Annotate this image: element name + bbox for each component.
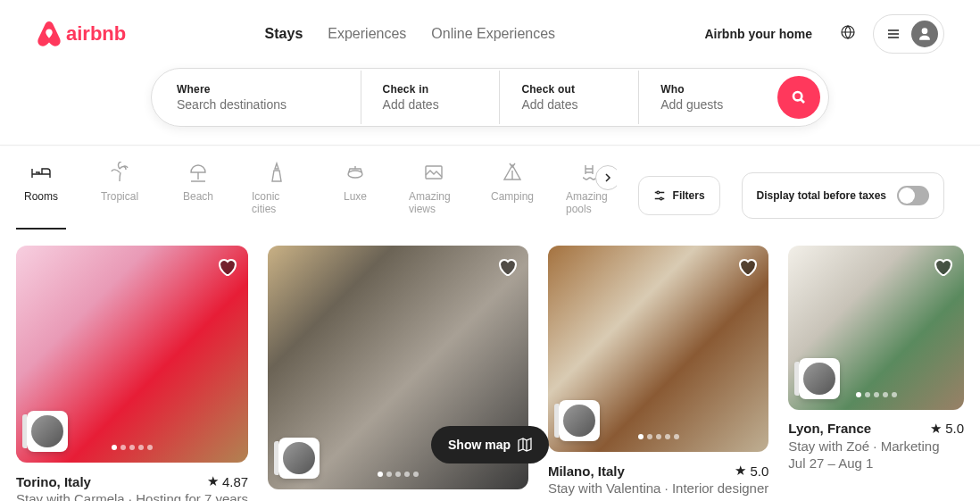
- airbnb-your-home-link[interactable]: Airbnb your home: [693, 16, 823, 52]
- sliders-icon: [653, 189, 666, 202]
- search-where-placeholder: Search destinations: [177, 97, 339, 112]
- search-checkout-placeholder: Add dates: [521, 97, 617, 112]
- header-right: Airbnb your home: [693, 14, 944, 54]
- host-avatar: [563, 405, 595, 437]
- search-checkin-placeholder: Add dates: [383, 97, 478, 112]
- search-bar: Where Search destinations Check in Add d…: [151, 68, 829, 127]
- svg-point-4: [660, 197, 662, 200]
- host-badge: [799, 358, 840, 399]
- host-avatar: [803, 363, 835, 395]
- carousel-dots: [112, 445, 153, 450]
- globe-icon[interactable]: [830, 14, 866, 54]
- tab-stays[interactable]: Stays: [265, 26, 303, 42]
- host-badge: [559, 400, 600, 441]
- categories-scroller[interactable]: Rooms Tropical Beach Iconic cities Luxe …: [16, 162, 617, 230]
- listing-location: Torino, Italy: [16, 474, 91, 489]
- host-badge: [27, 411, 68, 452]
- filters-button[interactable]: Filters: [638, 176, 720, 215]
- listing-rating: ★ 5.0: [735, 463, 768, 479]
- tower-icon: [266, 162, 287, 183]
- listing-location: Lyon, France: [788, 421, 871, 436]
- carousel-dots: [638, 434, 679, 439]
- listing-card[interactable]: Lyon, France ★ 5.0 Stay with Zoé · Marke…: [788, 246, 964, 501]
- listing-image[interactable]: [548, 246, 768, 452]
- search-checkout-label: Check out: [521, 83, 617, 96]
- logo[interactable]: airbnb: [36, 20, 126, 48]
- listing-image[interactable]: [788, 246, 964, 410]
- chevron-right-icon: [603, 173, 612, 182]
- search-where[interactable]: Where Search destinations: [152, 71, 361, 124]
- host-avatar: [31, 415, 63, 447]
- listing-rating: ★ 4.87: [207, 473, 248, 489]
- wishlist-button[interactable]: [932, 256, 953, 280]
- search-who-label: Who: [660, 83, 756, 96]
- listing-desc: Stay with Zoé · Marketing: [788, 438, 964, 454]
- map-icon: [518, 438, 532, 452]
- listing-rating: ★ 5.0: [930, 421, 964, 437]
- host-badge: [278, 438, 320, 479]
- carousel-dots: [856, 392, 897, 397]
- avatar-icon: [911, 21, 938, 47]
- search-who-placeholder: Add guests: [660, 97, 756, 112]
- listing-card[interactable]: Torino, Italy ★ 4.87 Stay with Carmela ·…: [16, 246, 248, 501]
- category-beach[interactable]: Beach: [173, 162, 223, 230]
- listing-location: Milano, Italy: [548, 463, 625, 479]
- hamburger-icon: [886, 27, 901, 41]
- tax-toggle-switch[interactable]: [897, 186, 929, 205]
- categories: Rooms Tropical Beach Iconic cities Luxe …: [16, 162, 617, 230]
- search-who[interactable]: Who Add guests: [638, 71, 777, 124]
- luxe-icon: [345, 162, 366, 183]
- search-where-label: Where: [177, 83, 339, 96]
- frame-icon: [423, 162, 444, 183]
- tab-online-experiences[interactable]: Online Experiences: [431, 26, 555, 42]
- tax-toggle-label: Display total before taxes: [757, 189, 886, 202]
- tent-icon: [502, 162, 523, 183]
- svg-point-1: [793, 92, 801, 100]
- umbrella-icon: [187, 162, 209, 183]
- category-rooms[interactable]: Rooms: [16, 162, 66, 230]
- wishlist-button[interactable]: [736, 256, 758, 280]
- user-menu[interactable]: [873, 14, 944, 54]
- tab-experiences[interactable]: Experiences: [328, 26, 406, 42]
- nav-tabs: Stays Experiences Online Experiences: [265, 26, 556, 42]
- svg-point-3: [657, 191, 660, 194]
- bed-icon: [30, 162, 52, 183]
- tax-toggle: Display total before taxes: [742, 172, 944, 219]
- carousel-dots: [378, 472, 419, 477]
- search-icon: [792, 90, 806, 104]
- category-amazing-views[interactable]: Amazing views: [409, 162, 459, 230]
- category-luxe[interactable]: Luxe: [330, 162, 380, 230]
- search-checkout[interactable]: Check out Add dates: [499, 71, 638, 124]
- listing-dates: Jul 27 – Aug 1: [788, 455, 964, 471]
- listing-card[interactable]: Milano, Italy ★ 5.0 Stay with Valentina …: [548, 246, 768, 501]
- listing-desc: Stay with Carmela · Hosting for 7 years: [16, 491, 248, 501]
- brand-text: airbnb: [66, 22, 126, 46]
- categories-next-button[interactable]: [595, 165, 617, 190]
- palm-icon: [109, 162, 130, 183]
- category-camping[interactable]: Camping: [487, 162, 537, 230]
- filters-row: Rooms Tropical Beach Iconic cities Luxe …: [0, 146, 980, 230]
- search-checkin-label: Check in: [383, 83, 478, 96]
- host-avatar: [283, 442, 315, 474]
- listing-image[interactable]: [16, 246, 248, 463]
- header: airbnb Stays Experiences Online Experien…: [0, 0, 980, 68]
- listing-desc: Stay with Valentina · Interior designer: [548, 480, 768, 496]
- wishlist-button[interactable]: [496, 256, 518, 280]
- category-tropical[interactable]: Tropical: [95, 162, 145, 230]
- search-checkin[interactable]: Check in Add dates: [361, 71, 500, 124]
- category-iconic-cities[interactable]: Iconic cities: [252, 162, 302, 230]
- search-bar-container: Where Search destinations Check in Add d…: [0, 68, 980, 145]
- wishlist-button[interactable]: [216, 256, 237, 280]
- show-map-button[interactable]: Show map: [431, 426, 549, 463]
- listing-dates: Nov 1 – 6: [548, 497, 768, 501]
- search-button[interactable]: [777, 76, 820, 119]
